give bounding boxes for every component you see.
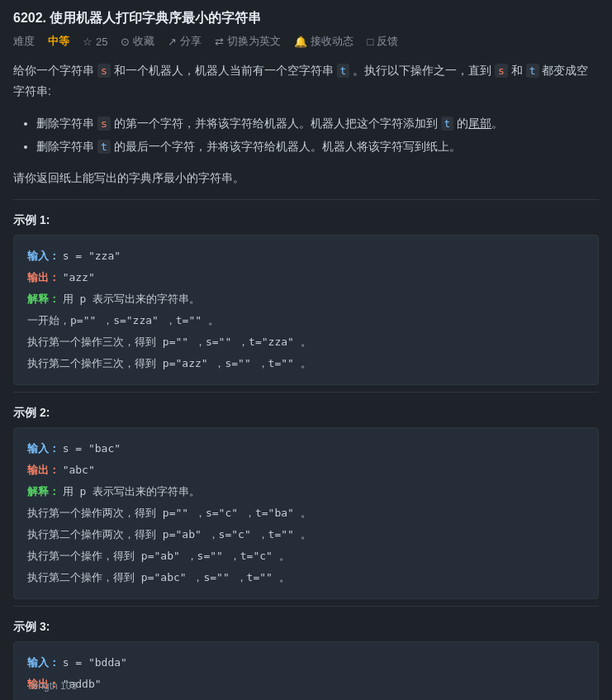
example2-line3: 执行第一个操作，得到 p="ab" ，s="" ，t="c" 。 — [27, 545, 585, 567]
switch-lang-label: 切换为英文 — [227, 34, 281, 49]
example1-input-label: 输入： — [27, 250, 59, 262]
example2-explain-line0: 用 p 表示写出来的字符串。 — [63, 485, 200, 498]
example1-line1: 一开始，p="" ，s="zza" ，t="" 。 — [27, 310, 585, 331]
example2-input-value: s = "bac" — [63, 442, 121, 455]
operation-1: 删除字符串 s 的第一个字符，并将该字符给机器人。机器人把这个字符添加到 t 的… — [36, 112, 599, 135]
switch-lang-button[interactable]: ⇄ 切换为英文 — [215, 34, 281, 49]
animation-label: 接收动态 — [311, 34, 353, 49]
page-title: 6202. 使用机器人打印字典序最小的字符串 — [13, 10, 599, 27]
share-icon: ↗ — [168, 36, 177, 48]
op2-var-t: t — [97, 140, 111, 154]
problem-request: 请你返回纸上能写出的字典序最小的字符串。 — [13, 168, 599, 188]
switch-icon: ⇄ — [215, 36, 224, 48]
example1-line2: 执行第一个操作三次，得到 p="" ，s="" ，t="zza" 。 — [27, 331, 585, 353]
example2-line1: 执行第一个操作两次，得到 p="" ，s="c" ，t="ba" 。 — [27, 502, 585, 524]
op1-var-s: s — [97, 117, 111, 131]
example1-input-value: s = "zza" — [63, 250, 121, 262]
example1-box: 输入： s = "zza" 输出： "azz" 解释： 用 p 表示写出来的字符… — [13, 235, 599, 385]
example3-box: 输入： s = "bdda" 输出： "addb" 解释： 用 p 表示写出来的… — [13, 641, 599, 700]
var-s2: s — [495, 64, 508, 78]
example3-input-value: s = "bdda" — [63, 656, 127, 669]
divider-3 — [13, 606, 599, 607]
op1-underline: 尾部 — [468, 117, 491, 130]
divider-1 — [13, 199, 599, 200]
animation-button[interactable]: 🔔 接收动态 — [294, 34, 353, 49]
example2-explain: 解释： 用 p 表示写出来的字符串。 — [27, 481, 585, 502]
toolbar: 难度 中等 ☆ 25 ⊙ 收藏 ↗ 分享 ⇄ 切换为英文 🔔 接收动态 □ 反馈 — [13, 34, 599, 49]
star-button[interactable]: ☆ 25 — [83, 36, 107, 48]
example1-output: 输出： "azz" — [27, 267, 585, 288]
example1-explain: 解释： 用 p 表示写出来的字符串。 — [27, 288, 585, 310]
share-label: 分享 — [180, 34, 202, 49]
operations-list: 删除字符串 s 的第一个字符，并将该字符给机器人。机器人把这个字符添加到 t 的… — [13, 112, 599, 158]
feedback-icon: □ — [367, 36, 373, 48]
var-s: s — [97, 64, 111, 78]
feedback-label: 反馈 — [377, 34, 398, 49]
collect-label: 收藏 — [133, 34, 154, 49]
example3-output: 输出： "addb" — [27, 674, 585, 695]
star-count: 25 — [96, 36, 107, 48]
example2-line4: 执行第二个操作，得到 p="abc" ，s="" ，t="" 。 — [27, 567, 585, 588]
divider-2 — [13, 392, 599, 393]
difficulty-label: 难度 — [13, 34, 35, 49]
example2-output: 输出： "abc" — [27, 460, 585, 481]
page-container: 6202. 使用机器人打印字典序最小的字符串 难度 中等 ☆ 25 ⊙ 收藏 ↗… — [0, 0, 612, 700]
example1-input: 输入： s = "zza" — [27, 245, 585, 267]
collect-icon: ⊙ — [121, 36, 130, 48]
star-icon: ☆ — [83, 36, 93, 48]
example2-output-value: "abc" — [63, 464, 95, 476]
example3-title: 示例 3: — [13, 620, 599, 635]
example3-input: 输入： s = "bdda" — [27, 652, 585, 674]
example1-explain-label: 解释： — [27, 293, 59, 305]
example2-output-label: 输出： — [27, 464, 59, 476]
example1-line3: 执行第二个操作三次，得到 p="azz" ，s="" ，t="" 。 — [27, 353, 585, 374]
share-button[interactable]: ↗ 分享 — [168, 34, 202, 49]
example3-explain: 解释： 用 p 表示写出来的字符串。 — [27, 695, 585, 700]
problem-description: 给你一个字符串 s 和一个机器人，机器人当前有一个空字符串 t 。执行以下操作之… — [13, 60, 599, 102]
example2-line2: 执行第二个操作两次，得到 p="ab" ，s="c" ，t="" 。 — [27, 524, 585, 545]
example1-title: 示例 1: — [13, 213, 599, 228]
example2-input-label: 输入： — [27, 442, 59, 455]
difficulty-value: 中等 — [48, 34, 69, 49]
example2-explain-label: 解释： — [27, 485, 59, 498]
example2-box: 输入： s = "bac" 输出： "abc" 解释： 用 p 表示写出来的字符… — [13, 427, 599, 599]
example2-title: 示例 2: — [13, 406, 599, 421]
operation-2: 删除字符串 t 的最后一个字符，并将该字符给机器人。机器人将该字符写到纸上。 — [36, 135, 599, 158]
var-t2: t — [526, 64, 539, 78]
example2-input: 输入： s = "bac" — [27, 438, 585, 460]
example1-output-label: 输出： — [27, 271, 59, 283]
length-info: length 103 — [31, 680, 77, 692]
collect-button[interactable]: ⊙ 收藏 — [121, 34, 154, 49]
bell-icon: 🔔 — [294, 36, 307, 48]
op1-var-t: t — [441, 117, 454, 131]
example1-explain-line0: 用 p 表示写出来的字符串。 — [63, 293, 200, 305]
example3-input-label: 输入： — [27, 656, 59, 669]
example1-output-value: "azz" — [63, 271, 95, 283]
feedback-button[interactable]: □ 反馈 — [367, 34, 398, 49]
var-t: t — [337, 64, 350, 78]
